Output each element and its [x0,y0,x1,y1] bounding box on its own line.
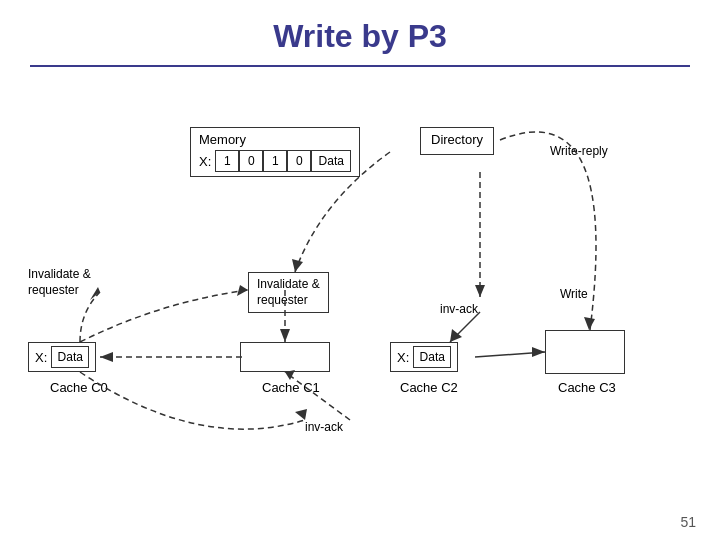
mem-cell-0: 1 [215,150,239,172]
cache-c3-box [545,330,625,374]
page-number: 51 [680,514,696,530]
inv-ack-label: inv-ack [440,302,478,316]
mem-cell-3: 0 [287,150,311,172]
cache-c0-x-label: X: [35,350,47,365]
svg-marker-8 [292,259,303,272]
svg-marker-1 [90,287,100,300]
svg-marker-9 [295,409,307,420]
svg-marker-0 [584,317,595,330]
memory-x-label: X: [199,154,211,169]
cache-c0-text-label: Cache C0 [50,380,108,395]
cache-c1-box [240,342,330,372]
write-reply-label: Write-reply [550,144,608,158]
svg-marker-2 [475,285,485,297]
cache-c0-data: Data [51,346,89,368]
svg-marker-4 [532,347,545,357]
page-title: Write by P3 [0,0,720,65]
cache-c2-x-label: X: [397,350,409,365]
cache-c1-text-label: Cache C1 [262,380,320,395]
memory-label: Memory [199,132,351,147]
mem-cell-1: 0 [239,150,263,172]
svg-marker-3 [450,329,462,342]
svg-marker-5 [280,329,290,342]
cache-c3-text-label: Cache C3 [558,380,616,395]
cache-c2-text-label: Cache C2 [400,380,458,395]
cache-c2-box: X: Data [390,342,458,372]
mem-cell-2: 1 [263,150,287,172]
title-divider [30,65,690,67]
invalidate-left-label: Invalidate & requester [28,267,91,298]
cache-c2-data: Data [413,346,451,368]
svg-marker-7 [237,285,248,296]
diagram-area: Memory X: 1 0 1 0 Data Directory Write-r… [0,72,720,532]
invalidate-mid-box: Invalidate & requester [248,272,329,313]
directory-label: Directory [431,132,483,147]
directory-box: Directory [420,127,494,155]
memory-box: Memory X: 1 0 1 0 Data [190,127,360,177]
inv-ack-bottom-label: inv-ack [305,420,343,434]
svg-marker-6 [100,352,113,362]
mem-data-cell: Data [311,150,351,172]
write-label: Write [560,287,588,301]
cache-c0-box: X: Data [28,342,96,372]
